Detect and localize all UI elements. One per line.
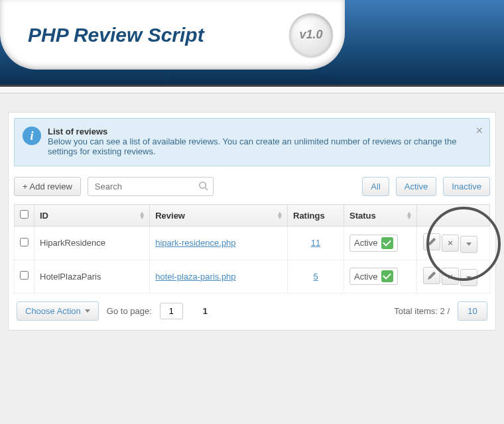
filter-inactive-button[interactable]: Inactive: [443, 177, 490, 196]
review-link[interactable]: hipark-residence.php: [155, 238, 235, 248]
chevron-down-icon: [466, 242, 472, 246]
col-checkbox: [15, 205, 34, 227]
review-link[interactable]: hotel-plaza-paris.php: [155, 272, 235, 282]
col-status[interactable]: Status▲▼: [344, 205, 417, 227]
chevron-down-icon: [85, 309, 90, 313]
current-page: 1: [203, 306, 208, 316]
close-icon[interactable]: ×: [475, 124, 483, 138]
main-content: i × List of reviews Below you can see a …: [8, 112, 496, 331]
page-input[interactable]: [160, 303, 183, 319]
sort-icon: ▲▼: [406, 211, 412, 219]
cell-id: HiparkResidence: [34, 227, 150, 260]
filter-all-button[interactable]: All: [362, 177, 389, 196]
sort-icon: ▲▼: [277, 211, 283, 219]
info-title: List of reviews: [48, 127, 107, 136]
search-icon: [198, 181, 208, 193]
check-icon: [381, 237, 393, 249]
delete-button[interactable]: ×: [442, 235, 459, 252]
per-page-select[interactable]: 10: [458, 301, 487, 321]
status-select[interactable]: Active: [349, 268, 398, 285]
table-row: HiparkResidencehipark-residence.php11Act…: [15, 227, 490, 260]
app-title: PHP Review Script: [28, 24, 204, 46]
app-header: PHP Review Script v1.0: [0, 0, 504, 85]
info-alert: i × List of reviews Below you can see a …: [14, 118, 490, 166]
status-select[interactable]: Active: [349, 235, 398, 252]
total-items-label: Total items: 2 /: [394, 306, 450, 316]
svg-point-0: [200, 182, 206, 187]
more-button[interactable]: [460, 269, 477, 286]
goto-label: Go to page:: [107, 306, 152, 316]
toolbar: + Add review All Active Inactive: [14, 177, 490, 196]
svg-line-1: [205, 187, 208, 190]
search-input-wrapper: [88, 177, 214, 196]
check-icon: [381, 270, 393, 282]
select-all-checkbox[interactable]: [20, 210, 29, 219]
table-footer: Choose Action Go to page: 1 Total items:…: [14, 293, 490, 325]
cell-id: HotelPlazaParis: [34, 260, 150, 293]
app-title-pill: PHP Review Script v1.0: [0, 0, 345, 70]
info-icon: i: [23, 127, 41, 145]
search-input[interactable]: [88, 177, 214, 196]
col-review[interactable]: Review▲▼: [150, 205, 288, 227]
ratings-link[interactable]: 5: [313, 272, 318, 282]
add-review-button[interactable]: + Add review: [14, 177, 81, 196]
reviews-table: ID▲▼ Review▲▼ Ratings Status▲▼ HiparkRes…: [14, 204, 490, 293]
col-ratings[interactable]: Ratings: [288, 205, 344, 227]
col-id[interactable]: ID▲▼: [34, 205, 150, 227]
sub-bar: [0, 87, 504, 93]
delete-button[interactable]: ×: [442, 268, 459, 285]
table-row: HotelPlazaParishotel-plaza-paris.php5Act…: [15, 260, 490, 293]
filter-active-button[interactable]: Active: [396, 177, 436, 196]
chevron-down-icon: [466, 276, 472, 280]
info-text: Below you can see a list of available re…: [48, 136, 480, 156]
row-checkbox[interactable]: [20, 238, 29, 246]
edit-button[interactable]: [423, 267, 440, 284]
col-actions: [417, 205, 490, 227]
edit-button[interactable]: [423, 233, 440, 250]
ratings-link[interactable]: 11: [311, 238, 320, 248]
row-checkbox[interactable]: [20, 271, 29, 280]
choose-action-dropdown[interactable]: Choose Action: [17, 301, 99, 321]
more-button[interactable]: [460, 236, 477, 253]
version-badge: v1.0: [289, 13, 333, 57]
sort-icon: ▲▼: [139, 211, 145, 219]
